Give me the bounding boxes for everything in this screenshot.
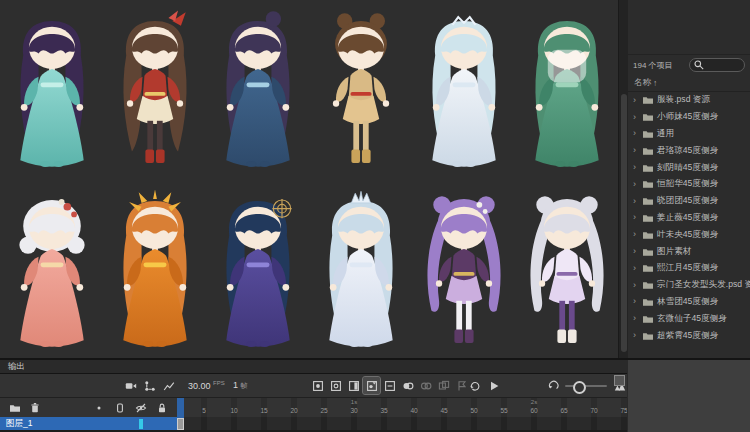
fps-display[interactable]: 30.00 FPS [188,380,225,391]
loop-icon[interactable] [466,377,483,394]
folder-icon [642,279,654,291]
library-name-column-header[interactable]: 名称 [634,77,651,89]
library-folder-row[interactable]: ›熙江月45度侧身 [628,260,750,277]
playhead[interactable] [177,398,184,432]
character-artwork-gold-hanfu-bun-girl[interactable] [313,6,409,178]
character-artwork-galaxy-gown-navy-hair[interactable] [210,186,306,358]
insert-frame-icon[interactable] [345,377,362,394]
zoom-slider-knob[interactable] [573,381,586,394]
frame-grid[interactable] [177,417,627,431]
ruler-frame-number: 35 [380,407,387,414]
highlight-icon[interactable] [92,401,106,415]
library-item-label: 叶未央45度侧身 [657,229,718,241]
frame-graph-icon[interactable] [160,377,177,394]
library-item-label: 图片素材 [657,246,691,258]
chevron-right-icon[interactable]: › [633,314,639,323]
chevron-right-icon[interactable]: › [633,113,639,122]
current-frame-display[interactable]: 1 帧 [233,380,248,391]
library-folder-row[interactable]: ›玄微仙子45度侧身 [628,310,750,327]
eye-slash-icon[interactable] [134,401,148,415]
stage-canvas[interactable] [0,0,618,358]
library-folder-row[interactable]: ›刻阴晴45度侧身 [628,159,750,176]
library-item-label: 君珞琼45度侧身 [657,145,718,157]
library-folder-row[interactable]: ›恒韶华45度侧身 [628,176,750,193]
chevron-right-icon[interactable]: › [633,180,639,189]
library-folder-row[interactable]: ›姜止薇45度侧身 [628,210,750,227]
timeline-tab-strip: 输出 [0,360,627,374]
folder-icon [642,111,654,123]
character-artwork-purple-twintail-girl[interactable] [416,186,512,358]
timeline-ruler[interactable]: 510152025303540455055606570751s2s [177,398,627,418]
frames-area[interactable]: 510152025303540455055606570751s2s [177,398,627,432]
library-folder-row[interactable]: ›林雪团45度侧身 [628,294,750,311]
folder-icon [642,313,654,325]
delete-layer-icon[interactable] [28,401,42,415]
chevron-right-icon[interactable]: › [633,281,639,290]
camera-icon[interactable] [122,377,139,394]
character-artwork-navy-dress-indigo-hair[interactable] [210,6,306,178]
library-folder-row[interactable]: ›小师妹45度侧身 [628,109,750,126]
auto-keyframe-icon[interactable] [363,377,380,394]
character-artwork-green-veil-priestess[interactable] [519,6,615,178]
chevron-right-icon[interactable]: › [633,297,639,306]
insert-blank-keyframe-icon[interactable] [327,377,344,394]
chevron-right-icon[interactable]: › [633,247,639,256]
folder-icon [642,229,654,241]
library-folder-row[interactable]: ›叶未央45度侧身 [628,226,750,243]
layer-header [0,398,177,418]
tab-output[interactable]: 输出 [0,360,33,373]
chevron-right-icon[interactable]: › [633,331,639,340]
new-folder-icon[interactable] [8,401,22,415]
chevron-right-icon[interactable]: › [633,264,639,273]
play-icon[interactable] [485,377,502,394]
layer-row[interactable]: 图层_1 [0,417,177,431]
chevron-right-icon[interactable]: › [633,129,639,138]
ruler-frame-number: 60 [530,407,537,414]
lock-icon[interactable] [155,401,169,415]
library-scrollbar-thumb[interactable] [621,94,627,352]
onion-skin-icon[interactable] [399,377,416,394]
character-artwork-white-bride-ice-hair[interactable] [416,6,512,178]
chevron-right-icon[interactable]: › [633,197,639,206]
outline-frame-icon[interactable] [113,401,127,415]
insert-keyframe-icon[interactable] [309,377,326,394]
edit-multiple-frames-icon[interactable] [435,377,452,394]
library-folder-row[interactable]: ›君珞琼45度侧身 [628,142,750,159]
library-search-input[interactable] [689,58,745,72]
character-artwork-sun-crown-orange-girl[interactable] [107,186,203,358]
library-preview-area [628,0,750,55]
playhead-grip[interactable] [177,418,184,430]
layer-name[interactable]: 图层_1 [0,418,32,430]
library-folder-row[interactable]: ›通用 [628,126,750,143]
panel-menu-icon[interactable] [614,375,625,386]
chevron-right-icon[interactable]: › [633,230,639,239]
character-artwork-silver-twintail-girl[interactable] [519,186,615,358]
library-folder-row[interactable]: ›宗门圣女发型头发.psd 资源 [628,277,750,294]
character-artwork-teal-gown-purple-hair[interactable] [4,6,100,178]
parent-layers-icon[interactable] [141,377,158,394]
character-artwork-red-outfit-brown-hair[interactable] [107,6,203,178]
folder-icon [642,145,654,157]
library-item-count: 194 个项目 [633,60,673,71]
reset-zoom-icon[interactable] [544,377,561,394]
chevron-right-icon[interactable]: › [633,146,639,155]
timeline-zoom-slider[interactable] [565,385,607,387]
library-folder-row[interactable]: ›超紫霄45度侧身 [628,327,750,344]
onion-skin-outline-icon[interactable] [417,377,434,394]
remove-frame-icon[interactable] [381,377,398,394]
character-artwork-crystal-crown-silver-girl[interactable] [313,186,409,358]
chevron-right-icon[interactable]: › [633,213,639,222]
empty-dock-area [627,360,750,432]
ruler-frame-number: 15 [260,407,267,414]
library-item-label: 恒韶华45度侧身 [657,178,718,190]
chevron-right-icon[interactable]: › [633,96,639,105]
folder-icon [642,246,654,258]
chevron-right-icon[interactable]: › [633,163,639,172]
library-folder-row[interactable]: ›晓团团45度侧身 [628,193,750,210]
bottom-dock: 输出 30.00 FPS 1 帧 图层_1 [0,358,750,432]
library-item-label: 小师妹45度侧身 [657,111,718,123]
library-folder-row[interactable]: ›图片素材 [628,243,750,260]
sort-ascending-icon[interactable]: ↑ [653,78,657,88]
library-folder-row[interactable]: ›服装.psd 资源 [628,92,750,109]
character-artwork-pink-gown-white-bob[interactable] [4,186,100,358]
